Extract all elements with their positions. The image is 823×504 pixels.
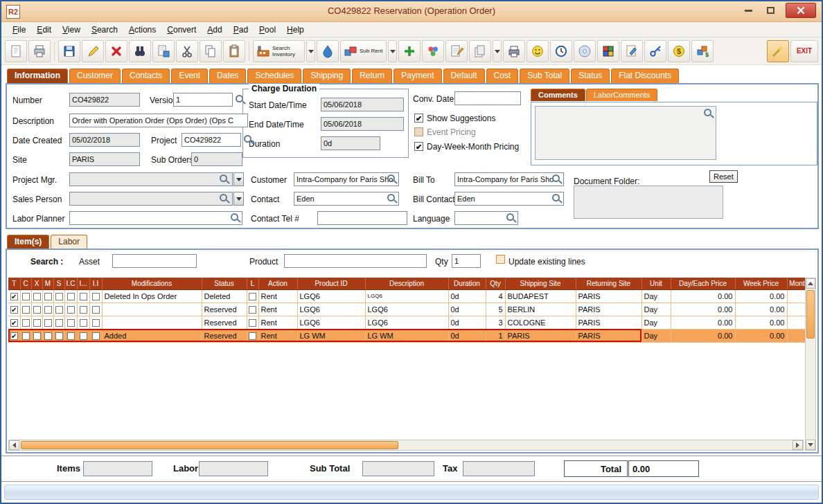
cell-week-price[interactable]: 0.00 [735,329,787,342]
labor-comments-tab[interactable]: LaborComments [586,89,657,101]
cost-cubes-button[interactable]: $ [691,40,714,62]
l-checkbox[interactable] [249,332,256,340]
row-checkbox[interactable] [44,332,52,340]
l-checkbox[interactable] [249,293,256,300]
date-created-field[interactable] [69,133,140,147]
project-field[interactable] [182,133,241,147]
menu-file[interactable]: File [7,24,31,36]
col-header-returning-site[interactable]: Returning Site [576,278,641,289]
cell-shipping-site[interactable]: COLOGNE [505,316,576,329]
reset-button[interactable]: Reset [709,170,738,183]
cell-product-id[interactable]: LGQ6 [297,316,365,329]
cell-unit[interactable]: Day [641,329,671,342]
cell-product-id[interactable]: LGQ6 [297,289,365,303]
row-checkbox[interactable] [44,306,52,314]
cell-product-id[interactable]: LG WM [297,329,365,342]
contact-field[interactable] [294,192,399,206]
add-line-button[interactable] [398,40,421,62]
col-header-shipping-site[interactable]: Shipping Site [505,278,576,289]
smiley-button[interactable] [526,40,549,62]
sub-orders-field[interactable] [191,152,242,166]
title-bar[interactable]: R2 CO429822 Reservation (Operation Order… [1,1,822,22]
col-header[interactable]: M [42,278,53,289]
row-checkbox[interactable] [67,306,75,314]
l-checkbox[interactable] [249,319,256,327]
tab-sub-total[interactable]: Sub Total [520,69,569,83]
col-header-description[interactable]: Description [365,278,448,289]
wand-toggle-button[interactable] [767,40,789,62]
cell-returning-site[interactable]: PARIS [576,329,641,342]
document-folder-area[interactable] [574,186,723,219]
row-checkbox[interactable] [92,319,100,327]
cell-unit[interactable]: Day [641,316,671,329]
tab-labor[interactable]: Labor [51,235,87,249]
menu-help[interactable]: Help [281,24,310,36]
menu-pool[interactable]: Pool [254,24,281,36]
tab-dates[interactable]: Dates [209,69,246,83]
cell-product-id[interactable]: LGQ6 [297,303,365,316]
cell-duration[interactable]: 0d [448,303,486,316]
print-button[interactable] [28,40,51,62]
conv-date-field[interactable] [454,91,521,105]
search-inventory-dropdown[interactable] [306,40,315,62]
save-button[interactable] [58,40,80,62]
row-checkbox[interactable] [33,293,41,300]
col-header-week-price[interactable]: Week Price [735,278,787,289]
row-checkbox[interactable] [80,332,87,340]
cell-action[interactable]: Rent [258,289,297,303]
col-header-month-price[interactable]: Month Price [787,278,805,289]
row-checkbox[interactable] [55,319,63,327]
customer-field[interactable] [294,172,399,186]
sales-person-dropdown[interactable] [233,192,244,206]
number-field[interactable] [69,93,140,107]
edit-button[interactable] [82,40,104,62]
tab-flat-discounts[interactable]: Flat Discounts [611,69,679,83]
tab-items[interactable]: Item(s) [7,235,49,249]
col-header-qty[interactable]: Qty [486,278,505,289]
cell-description[interactable]: LGQ6 [365,289,448,303]
bill-contact-search-icon[interactable] [551,193,562,204]
duration-field[interactable] [321,136,380,150]
cell-returning-site[interactable]: PARIS [576,289,641,303]
project-mgr-search-icon[interactable] [219,174,229,184]
col-header-action[interactable]: Action [258,278,297,289]
vertical-scroll-thumb[interactable] [806,290,815,339]
col-header-day-each-price[interactable]: Day/Each Price [671,278,735,289]
cell-status[interactable]: Deleted [202,289,247,303]
col-header[interactable]: S [53,278,64,289]
project-search-icon[interactable] [243,134,254,145]
cell-qty[interactable]: 1 [486,329,505,342]
tab-status[interactable]: Status [571,69,610,83]
cell-qty[interactable]: 5 [486,303,505,316]
col-header-product-id[interactable]: Product ID [297,278,365,289]
table-row[interactable]: ✔ Reserved Rent LGQ6 LGQ6 0d 5 [8,303,805,316]
row-checkbox[interactable] [33,332,41,340]
cell-week-price[interactable]: 0.00 [735,303,787,316]
cell-duration[interactable]: 0d [448,329,486,342]
tab-default[interactable]: Default [443,69,485,83]
menu-convert[interactable]: Convert [161,24,202,36]
cell-month-price[interactable] [787,316,805,329]
col-header[interactable]: X [31,278,42,289]
notes-button[interactable] [445,40,468,62]
cell-modifications[interactable] [102,303,202,316]
menu-view[interactable]: View [57,24,86,36]
group-button[interactable] [422,40,444,62]
update-existing-lines-checkbox[interactable] [496,255,505,264]
exit-button[interactable]: EXIT [790,40,818,62]
tab-customer[interactable]: Customer [69,69,121,83]
batch-print-button[interactable] [469,40,491,62]
new-button[interactable] [5,40,27,62]
cell-month-price[interactable] [787,289,805,303]
bill-to-search-icon[interactable] [551,174,562,184]
batch-print-dropdown[interactable] [493,40,502,62]
cell-day-each-price[interactable]: 0.00 [671,316,735,329]
bill-contact-field[interactable] [454,192,564,206]
comments-search-icon[interactable] [703,108,714,118]
row-checkbox[interactable] [22,293,30,300]
col-header-l[interactable]: L [247,278,258,289]
project-mgr-field[interactable] [69,172,233,186]
media-button[interactable] [574,40,596,62]
col-header[interactable]: T [8,278,20,289]
show-suggestions-checkbox[interactable]: ✔ [414,114,423,123]
